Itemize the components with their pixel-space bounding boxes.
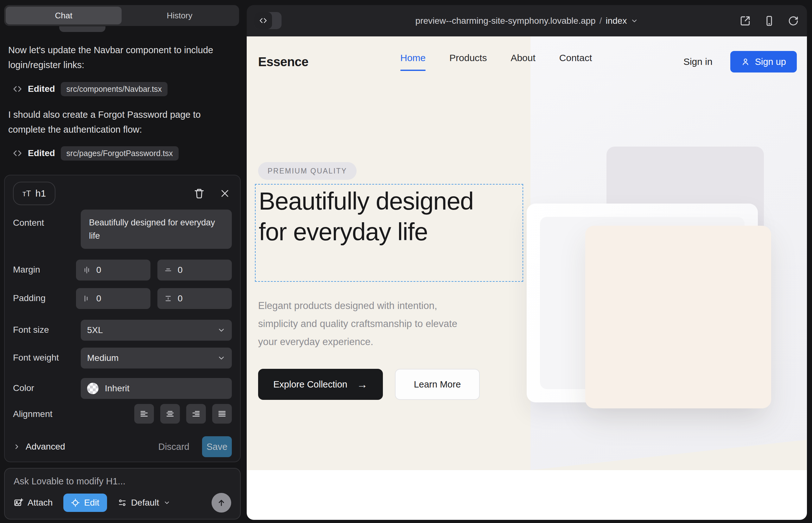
url-separator: / (600, 16, 602, 26)
font-size-label: Font size (13, 320, 81, 341)
url-host: preview--charming-site-symphony.lovable.… (416, 16, 596, 26)
element-tag-pill[interactable]: тT h1 (13, 182, 55, 205)
attach-button[interactable]: Attach (14, 498, 53, 508)
edited-file-row[interactable]: Edited src/pages/ForgotPassword.tsx (13, 146, 179, 161)
chevron-down-icon (217, 354, 226, 362)
code-preview-toggle[interactable] (254, 12, 282, 29)
tab-history[interactable]: History (122, 7, 237, 24)
preview-viewport: Essence Home Products About Contact (247, 36, 807, 520)
file-chip[interactable]: src/components/Navbar.tsx (61, 82, 168, 96)
code-icon (13, 148, 22, 158)
arrow-right-icon: → (357, 378, 368, 391)
explore-collection-button[interactable]: Explore Collection → (258, 369, 383, 400)
font-size-select[interactable]: 5XL (81, 320, 232, 341)
trash-icon[interactable] (194, 188, 205, 199)
align-justify-button[interactable] (212, 404, 232, 423)
padding-vertical-icon (164, 294, 173, 303)
hero-description: Elegant products designed with intention… (258, 296, 474, 351)
mobile-view-icon[interactable] (764, 16, 775, 26)
element-tag-name: h1 (35, 188, 46, 199)
margin-vertical-input[interactable]: 0 (157, 259, 232, 281)
chat-message: Now let's update the Navbar component to… (8, 43, 217, 72)
edited-label: Edited (28, 148, 55, 158)
chat-history-tabbar: Chat History (4, 5, 239, 26)
align-right-button[interactable] (186, 404, 206, 423)
file-chip[interactable]: src/pages/ForgotPassword.tsx (61, 146, 179, 161)
nav-link-products[interactable]: Products (449, 53, 487, 71)
edit-mode-button[interactable]: Edit (63, 493, 107, 512)
learn-more-button[interactable]: Learn More (395, 369, 480, 400)
user-icon (741, 57, 750, 66)
align-left-button[interactable] (134, 404, 154, 423)
content-input[interactable]: Beautifully designed for everyday life (81, 210, 232, 249)
padding-vertical-input[interactable]: 0 (157, 288, 232, 309)
sliders-icon (118, 498, 127, 507)
target-icon (71, 498, 80, 507)
padding-horizontal-input[interactable]: 0 (76, 288, 151, 309)
font-weight-label: Font weight (13, 348, 81, 368)
margin-vertical-icon (164, 266, 173, 274)
element-editor-panel: тT h1 Content Beautifully designed for e… (4, 175, 241, 462)
code-icon (13, 84, 22, 94)
active-underline (400, 70, 426, 71)
site-brand[interactable]: Essence (258, 55, 308, 69)
image-plus-icon (14, 498, 23, 507)
type-icon: тT (22, 189, 31, 198)
alignment-label: Alignment (13, 404, 81, 423)
nav-link-about[interactable]: About (511, 53, 535, 71)
hero-card-beige (585, 226, 771, 409)
chevron-right-icon (13, 443, 21, 451)
sign-in-link[interactable]: Sign in (684, 56, 712, 67)
chat-composer[interactable]: Ask Lovable to modify H1... Attach Edit … (4, 468, 241, 520)
selected-h1-element[interactable]: Beautifully designed for everyday life (255, 184, 523, 282)
preview-topbar: preview--charming-site-symphony.lovable.… (247, 5, 807, 36)
margin-horizontal-input[interactable]: 0 (76, 259, 151, 281)
sign-up-button[interactable]: Sign up (730, 51, 797, 72)
composer-input[interactable]: Ask Lovable to modify H1... (14, 476, 231, 487)
padding-horizontal-icon (82, 294, 91, 303)
margin-label: Margin (13, 259, 76, 281)
url-bar[interactable]: preview--charming-site-symphony.lovable.… (416, 5, 638, 36)
margin-horizontal-icon (82, 266, 91, 274)
url-page-selector[interactable]: index (605, 16, 627, 26)
padding-label: Padding (13, 288, 76, 309)
refresh-icon[interactable] (788, 16, 799, 26)
close-icon[interactable] (220, 188, 230, 198)
color-select[interactable]: Inherit (81, 378, 232, 399)
chevron-down-icon (217, 326, 226, 334)
align-center-button[interactable] (160, 404, 180, 423)
truncated-file-chip[interactable] (59, 26, 105, 32)
edited-label: Edited (28, 84, 55, 94)
save-button[interactable]: Save (202, 436, 232, 457)
color-label: Color (13, 378, 81, 399)
premium-quality-badge: PREMIUM QUALITY (258, 162, 357, 180)
chevron-down-icon (163, 499, 170, 506)
chat-message: I should also create a Forgot Password p… (8, 107, 217, 137)
nav-link-home[interactable]: Home (400, 53, 426, 71)
site-navbar: Essence Home Products About Contact (247, 43, 807, 81)
code-toggle-icon[interactable] (254, 12, 272, 29)
chevron-down-icon (631, 17, 638, 25)
lovable-builder-window: Chat History Now let's update the Navbar… (0, 0, 812, 523)
edited-file-row[interactable]: Edited src/components/Navbar.tsx (13, 82, 167, 96)
open-external-icon[interactable] (740, 16, 751, 26)
color-swatch (87, 383, 99, 394)
advanced-toggle[interactable]: Advanced (13, 441, 65, 452)
mode-select[interactable]: Default (118, 498, 171, 508)
tab-chat[interactable]: Chat (6, 7, 122, 24)
discard-button[interactable]: Discard (158, 441, 189, 452)
font-weight-select[interactable]: Medium (81, 348, 232, 368)
nav-link-contact[interactable]: Contact (559, 53, 592, 71)
hero-heading: Beautifully designed for everyday life (259, 186, 506, 247)
send-button[interactable] (212, 493, 231, 512)
editor-header: тT h1 (13, 182, 232, 205)
content-label: Content (13, 210, 81, 249)
preview-browser-frame: preview--charming-site-symphony.lovable.… (247, 5, 807, 520)
